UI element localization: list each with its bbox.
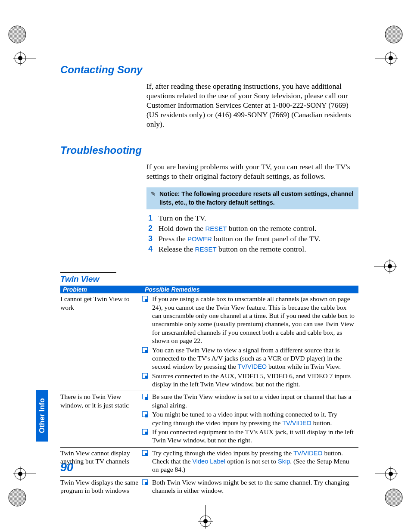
remedy-item: If you are using a cable box to unscramb… — [142, 295, 357, 345]
svg-point-2 — [9, 489, 26, 506]
ui-term: TV/VIDEO — [282, 420, 311, 426]
heading-contacting-sony: Contacting Sony — [60, 64, 358, 76]
step-text: Turn on the TV. — [159, 214, 206, 223]
crop-target-left-bottom — [13, 467, 36, 481]
button-term: RESET — [195, 246, 217, 253]
crop-target-left-top — [13, 51, 36, 65]
col-header-problem: Problem — [60, 286, 142, 293]
registration-mark-tl — [8, 25, 27, 44]
step-row: 4Release the RESET button on the remote … — [146, 245, 358, 254]
bullet-icon — [142, 296, 148, 302]
bullet-icon — [142, 411, 148, 417]
notice-text: Notice: The following procedure resets a… — [159, 190, 354, 207]
remedy-text: If you are using a cable box to unscramb… — [152, 295, 357, 345]
svg-point-1 — [385, 26, 402, 43]
step-number: 2 — [146, 224, 153, 233]
remedy-text: Be sure the Twin View window is set to a… — [152, 392, 357, 409]
reset-steps-list: 1Turn on the TV.2Hold down the RESET but… — [146, 214, 358, 254]
col-header-remedies: Possible Remedies — [142, 286, 358, 293]
remedy-item: If you connected equipment to the TV's A… — [142, 428, 357, 445]
table-row: There is no Twin View window, or it is j… — [60, 391, 358, 447]
pencil-icon: ✎ — [151, 190, 156, 207]
step-row: 2Hold down the RESET button on the remot… — [146, 224, 358, 233]
remedy-text: Sources connected to the AUX, VIDEO 5, V… — [152, 372, 357, 389]
bullet-icon — [142, 394, 148, 399]
remedy-item: Both Twin View windows might be set to t… — [142, 478, 357, 495]
remedy-text: If you connected equipment to the TV's A… — [152, 428, 357, 445]
side-tab-other-info: Other Info — [36, 390, 48, 442]
step-row: 1Turn on the TV. — [146, 214, 358, 223]
cell-remedies: Be sure the Twin View window is set to a… — [142, 391, 358, 447]
crop-target-right-bottom — [375, 467, 398, 481]
bullet-icon — [142, 347, 148, 353]
svg-point-0 — [9, 26, 26, 43]
step-number: 3 — [146, 234, 153, 243]
registration-mark-tr — [384, 25, 403, 44]
notice-box: ✎ Notice: The following procedure resets… — [146, 187, 358, 209]
button-term: POWER — [187, 235, 212, 243]
remedy-item: Try cycling through the video inputs by … — [142, 449, 357, 474]
bullet-icon — [142, 479, 148, 485]
ui-term: TV/VIDEO — [237, 363, 267, 370]
cell-problem: I cannot get Twin View to work — [60, 293, 142, 391]
cell-remedies: If you are using a cable box to unscramb… — [142, 293, 358, 391]
cell-problem: Twin View cannot display anything but TV… — [60, 447, 142, 476]
step-number: 4 — [146, 245, 153, 254]
svg-point-3 — [385, 489, 402, 506]
heading-troubleshooting: Troubleshooting — [60, 144, 358, 156]
cell-problem: Twin View displays the same program in b… — [60, 476, 142, 497]
step-row: 3Press the POWER button on the front pan… — [146, 234, 358, 243]
table-row: Twin View displays the same program in b… — [60, 476, 358, 497]
bullet-icon — [142, 450, 148, 456]
remedy-item: Sources connected to the AUX, VIDEO 5, V… — [142, 372, 357, 389]
remedy-text: Try cycling through the video inputs by … — [152, 449, 357, 474]
remedy-item: You might be tuned to a video input with… — [142, 410, 357, 427]
crop-target-right-top — [375, 51, 398, 65]
table-row: Twin View cannot display anything but TV… — [60, 447, 358, 476]
page-content: Contacting Sony If, after reading these … — [60, 64, 358, 498]
remedy-text: You might be tuned to a video input with… — [152, 410, 357, 427]
cell-problem: There is no Twin View window, or it is j… — [60, 391, 142, 447]
remedy-text: You can use Twin View to view a signal f… — [152, 346, 357, 371]
button-term: RESET — [205, 225, 227, 232]
crop-target-bottom-center — [198, 505, 213, 529]
registration-mark-br — [384, 488, 403, 507]
remedy-item: Be sure the Twin View window is set to a… — [142, 392, 357, 409]
table-row: I cannot get Twin View to workIf you are… — [60, 293, 358, 391]
ui-term: Video Label — [192, 458, 225, 465]
subheading-twin-view: Twin View — [60, 274, 358, 284]
cell-remedies: Try cycling through the video inputs by … — [142, 447, 358, 476]
step-number: 1 — [146, 214, 153, 223]
registration-mark-bl — [8, 488, 27, 507]
contacting-sony-body: If, after reading these operating instru… — [146, 82, 358, 129]
step-text: Hold down the RESET button on the remote… — [159, 224, 316, 233]
troubleshooting-body: If you are having problems with your TV,… — [146, 162, 358, 181]
troubleshooting-table: Problem Possible Remedies I cannot get T… — [60, 286, 358, 497]
cell-remedies: Both Twin View windows might be set to t… — [142, 476, 358, 497]
bullet-icon — [142, 429, 148, 435]
step-text: Press the POWER button on the front pane… — [159, 234, 320, 243]
ui-term: TV/VIDEO — [293, 450, 323, 457]
ui-term: Skip — [278, 458, 290, 465]
remedy-text: Both Twin View windows might be set to t… — [152, 478, 357, 495]
bullet-icon — [142, 373, 148, 379]
crop-target-right-center — [374, 259, 397, 274]
side-tab-label: Other Info — [38, 398, 47, 433]
step-text: Release the RESET button on the remote c… — [159, 245, 306, 254]
subhead-rule — [60, 272, 116, 273]
remedy-item: You can use Twin View to view a signal f… — [142, 346, 357, 371]
twin-view-section: Twin View Problem Possible Remedies I ca… — [60, 272, 358, 497]
